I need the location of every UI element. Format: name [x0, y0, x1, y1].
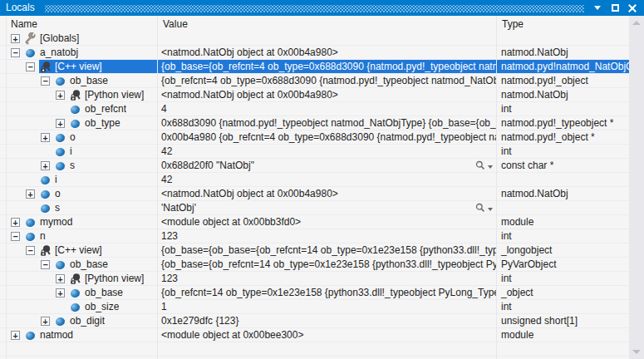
magnifier-icon[interactable] [475, 203, 485, 214]
name-cell: −a_natobj [6, 46, 157, 59]
variable-value: <natmod.NatObj object at 0x00b4a980> [161, 89, 338, 101]
type-cell: natmod.pyd!_object * [497, 130, 629, 144]
table-row[interactable]: +natmod<module object at 0x00bee300>modu… [0, 328, 629, 342]
name-value-column-separator[interactable] [157, 16, 158, 359]
table-row[interactable]: +ob_type0x688d3090 {natmod.pyd!_typeobje… [0, 116, 629, 130]
table-row[interactable]: +mymod<module object at 0x00bb3fd0>modul… [0, 215, 629, 229]
value-type-column-separator[interactable] [496, 16, 497, 359]
expand-toggle[interactable]: + [26, 189, 35, 199]
python-object-icon [39, 188, 52, 200]
close-button[interactable] [627, 3, 637, 13]
titlebar-drag-grip[interactable] [45, 5, 584, 12]
table-row[interactable]: −ob_base{ob_refcnt=4 ob_type=0x688d3090 … [0, 74, 629, 88]
type-cell: natmod.NatObj [497, 46, 629, 59]
collapse-toggle[interactable]: − [11, 232, 20, 241]
scroll-up-icon[interactable] [632, 21, 641, 25]
collapse-toggle[interactable]: − [11, 48, 20, 57]
name-cell: +mymod [6, 215, 157, 229]
magnifier-icon[interactable] [475, 160, 485, 172]
row-highlight-region: [Globals] [24, 32, 157, 45]
vertical-scrollbar[interactable] [629, 16, 644, 359]
window-position-button[interactable] [592, 3, 602, 13]
row-highlight-region: ob_type [69, 116, 157, 130]
type-cell: const char * [497, 159, 629, 172]
table-row[interactable]: −[C++ view]{ob_base={ob_base={ob_refcnt=… [0, 243, 629, 258]
row-highlight-region: ob_base [69, 286, 157, 299]
value-cell: 42 [158, 145, 496, 158]
table-row[interactable]: −[C++ view]{ob_base={ob_refcnt=4 ob_type… [0, 60, 629, 74]
expand-toggle[interactable]: + [11, 34, 20, 43]
variable-value: 42 [161, 174, 172, 185]
variable-name: ob_base [70, 258, 108, 271]
collapse-toggle[interactable]: − [41, 76, 50, 86]
table-row[interactable]: −a_natobj<natmod.NatObj object at 0x00b4… [0, 46, 629, 60]
table-row[interactable]: +o0x00b4a980 {ob_refcnt=4 ob_type=0x688d… [0, 130, 629, 145]
name-cell: +ob_digit [6, 314, 157, 327]
globals-wrench-icon [24, 32, 37, 45]
python-object-icon [24, 230, 37, 243]
name-cell: −ob_base [6, 258, 157, 271]
column-header-value[interactable]: Value [163, 17, 188, 31]
expand-toggle[interactable]: + [56, 288, 65, 298]
table-row[interactable]: i42 [0, 173, 629, 187]
type-cell: natmod.pyd!_object [497, 74, 629, 87]
python-object-icon [69, 117, 81, 130]
variable-value: 1 [161, 301, 167, 312]
table-row[interactable]: +[Globals] [0, 32, 629, 46]
maximize-button[interactable] [610, 3, 620, 13]
variable-value: 4 [161, 103, 167, 115]
variable-name: s [70, 159, 75, 172]
column-header-name[interactable]: Name [11, 17, 37, 31]
name-cell: −[C++ view] [6, 60, 157, 73]
expand-toggle[interactable]: + [56, 91, 65, 100]
variable-name: s [55, 201, 60, 214]
table-row[interactable]: ob_refcnt4int [0, 102, 629, 116]
row-highlight-region: [Python view] [69, 88, 157, 101]
row-highlight-region: a_natobj [24, 46, 157, 59]
table-row[interactable]: −ob_base{ob_base={ob_refcnt=14 ob_type=0… [0, 258, 629, 272]
python-object-icon [69, 103, 81, 116]
type-cell: module [497, 215, 629, 229]
column-header-type[interactable]: Type [502, 17, 524, 31]
table-row[interactable]: +ob_digit0x1e279dfc {123}unsigned short[… [0, 314, 629, 328]
window-title: Locals [6, 0, 35, 16]
table-row[interactable]: +[Python view]<natmod.NatObj object at 0… [0, 88, 629, 102]
row-highlight-region: o [54, 130, 157, 144]
locked-view-icon [69, 89, 81, 101]
name-cell: +[Python view] [6, 272, 157, 285]
scroll-down-icon[interactable] [632, 350, 641, 354]
visualizer-dropdown-icon[interactable] [488, 208, 493, 211]
python-object-icon [69, 287, 81, 299]
type-cell: int [497, 145, 629, 158]
name-cell: −[C++ view] [6, 243, 157, 257]
expand-toggle[interactable]: + [11, 331, 20, 340]
table-row[interactable]: +[Python view]123int [0, 272, 629, 286]
value-cell: 0x688d3090 {natmod.pyd!_typeobject natmo… [158, 116, 496, 130]
value-cell: <module object at 0x00bee300> [158, 328, 496, 342]
table-row[interactable]: ob_size1int [0, 300, 629, 314]
python-object-icon [24, 216, 37, 229]
variable-value: 'NatObj' [161, 202, 196, 214]
type-cell: natmod.NatObj [497, 187, 629, 200]
collapse-toggle[interactable]: − [41, 260, 50, 269]
expand-toggle[interactable]: + [56, 119, 65, 128]
visualizer-dropdown-icon[interactable] [488, 165, 493, 169]
collapse-toggle[interactable]: − [26, 246, 35, 255]
expand-toggle[interactable]: + [41, 317, 50, 326]
type-cell [497, 32, 629, 45]
table-row[interactable]: +s0x688d20f0 "NatObj"const char * [0, 159, 629, 173]
table-row[interactable]: +ob_base{ob_refcnt=14 ob_type=0x1e23e158… [0, 286, 629, 300]
expand-toggle[interactable]: + [41, 161, 50, 170]
collapse-toggle[interactable]: − [26, 62, 35, 71]
table-row[interactable]: −n123int [0, 229, 629, 243]
python-object-icon [39, 174, 52, 186]
type-cell: int [497, 102, 629, 116]
table-row[interactable]: s'NatObj' [0, 201, 629, 215]
expand-toggle[interactable]: + [56, 274, 65, 283]
table-row[interactable]: i42int [0, 145, 629, 159]
expand-toggle[interactable]: + [11, 218, 20, 227]
value-cell: 0x00b4a980 {ob_refcnt=4 ob_type=0x688d30… [158, 130, 496, 144]
expand-toggle[interactable]: + [41, 133, 50, 142]
value-cell [158, 32, 496, 45]
table-row[interactable]: +o<natmod.NatObj object at 0x00b4a980>na… [0, 187, 629, 201]
